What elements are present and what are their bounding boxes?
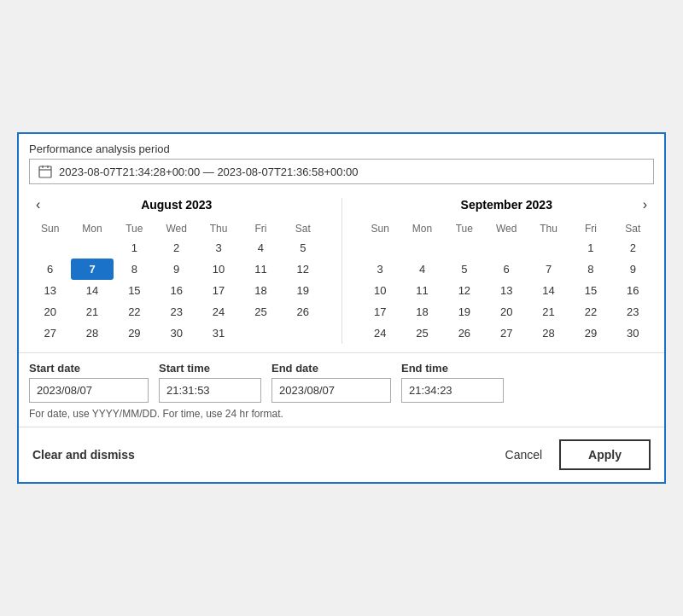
end-time-input[interactable] [401, 378, 504, 403]
calendar-day[interactable]: 3 [359, 259, 401, 280]
calendar-day[interactable]: 15 [569, 280, 611, 301]
apply-button[interactable]: Apply [559, 439, 651, 470]
dow-fri-sep: Fri [569, 220, 611, 237]
calendar-day[interactable]: 22 [114, 301, 155, 323]
calendar-day[interactable]: 19 [282, 280, 324, 301]
calendar-day[interactable]: 29 [114, 323, 155, 344]
calendar-day[interactable]: 23 [155, 301, 197, 323]
calendar-divider [342, 198, 342, 344]
calendar-day[interactable]: 17 [197, 280, 239, 301]
end-date-input[interactable] [271, 378, 391, 403]
august-title: August 2023 [141, 198, 212, 212]
calendar-day[interactable]: 14 [71, 280, 113, 301]
calendar-day [29, 237, 71, 259]
prev-month-button[interactable]: ‹ [29, 195, 47, 214]
calendar-day[interactable]: 27 [29, 323, 71, 344]
calendar-day [443, 237, 485, 259]
calendar-day[interactable]: 16 [155, 280, 197, 301]
calendar-day[interactable]: 5 [443, 259, 485, 280]
september-grid: Sun Mon Tue Wed Thu Fri Sat 123456789101… [359, 220, 655, 344]
calendar-day [71, 237, 113, 259]
calendar-day[interactable]: 30 [612, 323, 654, 344]
calendar-day[interactable]: 12 [282, 259, 324, 280]
calendar-day[interactable]: 17 [359, 301, 401, 323]
calendar-day[interactable]: 13 [486, 280, 528, 301]
calendar-day[interactable]: 24 [197, 301, 239, 323]
calendar-day[interactable]: 25 [240, 301, 282, 323]
calendar-day[interactable]: 20 [486, 301, 528, 323]
calendar-day[interactable]: 10 [359, 280, 401, 301]
calendar-day[interactable]: 2 [155, 237, 197, 259]
calendar-day[interactable]: 13 [29, 280, 71, 301]
calendar-day[interactable]: 1 [114, 237, 155, 259]
dialog: Performance analysis period 2023-08-07T2… [17, 132, 666, 484]
calendar-day[interactable]: 4 [240, 237, 282, 259]
calendar-day[interactable]: 9 [155, 259, 197, 280]
dow-fri-aug: Fri [240, 220, 282, 237]
august-calendar: ‹ August 2023 Sun Mon Tue Wed Thu Fri Sa… [29, 198, 324, 344]
calendar-day[interactable]: 18 [401, 301, 443, 323]
calendar-day[interactable]: 19 [443, 301, 485, 323]
svg-rect-0 [39, 166, 51, 177]
next-month-button[interactable]: › [636, 195, 654, 214]
calendar-day[interactable]: 11 [401, 280, 443, 301]
calendar-day[interactable]: 16 [612, 280, 654, 301]
start-date-group: Start date [29, 362, 149, 403]
september-header: September 2023 › [359, 198, 655, 212]
calendar-day[interactable]: 24 [359, 323, 401, 344]
calendar-day [401, 237, 443, 259]
calendar-day[interactable]: 5 [282, 237, 324, 259]
calendar-day[interactable]: 3 [197, 237, 239, 259]
calendar-day[interactable]: 29 [569, 323, 611, 344]
dow-sun-sep: Sun [359, 220, 401, 237]
inputs-section: Start date Start time End date End time … [19, 352, 664, 427]
august-header: ‹ August 2023 [29, 198, 324, 212]
calendar-day[interactable]: 28 [71, 323, 113, 344]
dow-tue-aug: Tue [114, 220, 155, 237]
calendar-day[interactable]: 8 [569, 259, 611, 280]
calendar-day[interactable]: 23 [612, 301, 654, 323]
calendar-day [359, 237, 401, 259]
calendar-day [528, 237, 569, 259]
end-date-label: End date [271, 362, 391, 375]
calendar-day[interactable]: 30 [155, 323, 197, 344]
dow-wed-sep: Wed [486, 220, 528, 237]
inputs-row: Start date Start time End date End time [29, 362, 654, 403]
format-hint: For date, use YYYY/MM/DD. For time, use … [29, 408, 654, 420]
calendar-day[interactable]: 21 [528, 301, 569, 323]
calendar-day[interactable]: 8 [114, 259, 155, 280]
calendar-day[interactable]: 12 [443, 280, 485, 301]
calendar-day[interactable]: 22 [569, 301, 611, 323]
calendar-day[interactable]: 28 [528, 323, 569, 344]
clear-dismiss-button[interactable]: Clear and dismiss [32, 448, 135, 462]
calendar-day[interactable]: 14 [528, 280, 569, 301]
calendar-day[interactable]: 10 [197, 259, 239, 280]
calendar-day[interactable]: 7 [71, 259, 113, 280]
calendar-day[interactable]: 26 [443, 323, 485, 344]
calendar-day[interactable]: 25 [401, 323, 443, 344]
start-date-input[interactable] [29, 378, 149, 403]
end-time-group: End time [401, 362, 504, 403]
calendar-day[interactable]: 21 [71, 301, 113, 323]
calendar-day[interactable]: 26 [282, 301, 324, 323]
september-title: September 2023 [461, 198, 552, 212]
calendar-day[interactable]: 31 [197, 323, 239, 344]
calendar-day[interactable]: 18 [240, 280, 282, 301]
calendar-section: ‹ August 2023 Sun Mon Tue Wed Thu Fri Sa… [19, 184, 664, 352]
september-calendar: September 2023 › Sun Mon Tue Wed Thu Fri… [359, 198, 655, 344]
cancel-button[interactable]: Cancel [505, 448, 543, 462]
calendar-day[interactable]: 20 [29, 301, 71, 323]
calendar-day[interactable]: 11 [240, 259, 282, 280]
calendar-day[interactable]: 2 [612, 237, 654, 259]
calendar-day[interactable]: 4 [401, 259, 443, 280]
calendar-day[interactable]: 6 [29, 259, 71, 280]
calendar-day[interactable]: 7 [528, 259, 569, 280]
calendar-day[interactable]: 1 [569, 237, 611, 259]
start-time-input[interactable] [159, 378, 261, 403]
calendar-day[interactable]: 27 [486, 323, 528, 344]
calendar-day[interactable]: 9 [612, 259, 654, 280]
performance-label: Performance analysis period [19, 134, 664, 159]
end-date-group: End date [271, 362, 391, 403]
calendar-day[interactable]: 6 [486, 259, 528, 280]
calendar-day[interactable]: 15 [114, 280, 155, 301]
